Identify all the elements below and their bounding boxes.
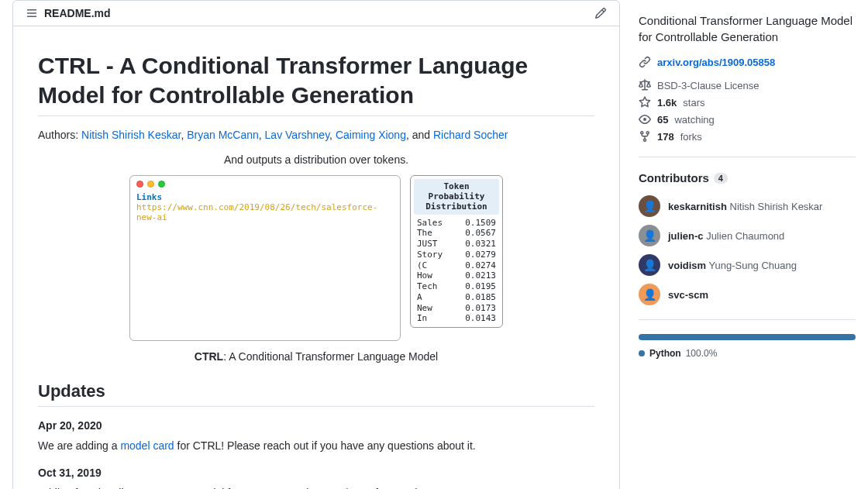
updates-heading: Updates [38,381,594,407]
contributors-heading[interactable]: Contributors 4 [639,171,856,184]
distribution-row: New0.0173 [414,303,499,314]
distribution-row: Story0.0279 [414,250,499,260]
distribution-title: Token Probability Distribution [414,179,499,215]
stars-row[interactable]: 1.6kstars [639,96,856,108]
author-link[interactable]: Bryan McCann [187,129,259,141]
watching-row[interactable]: 65watching [639,113,856,126]
figure-top-caption: And outputs a distribution over tokens. [38,153,594,166]
distribution-row: (C0.0274 [414,260,499,271]
update-date: Oct 31, 2019 [38,467,594,479]
contributor-row[interactable]: 👤julien-c Julien Chaumond [639,225,856,246]
authors-line: Authors: Nitish Shirish Keskar, Bryan Mc… [38,129,594,141]
model-card-link[interactable]: model card [120,439,174,452]
language-bar [639,334,856,340]
update-body: We are adding a model card for CTRL! Ple… [38,438,594,454]
contributors-count: 4 [714,173,728,184]
code-panel: Links https://www.cnn.com/2019/08/26/tec… [129,175,401,341]
avatar: 👤 [639,225,660,246]
distribution-row: JUST0.0321 [414,239,499,250]
about-description: Conditional Transformer Language Model f… [639,12,856,45]
traffic-light-red [136,181,143,188]
avatar: 👤 [639,195,660,217]
traffic-light-green [158,181,165,188]
distribution-row: Tech0.0195 [414,281,499,292]
distribution-panel: Token Probability Distribution Sales0.15… [410,175,503,328]
update-body: Adding functionality to convert a model … [38,485,594,489]
pencil-icon[interactable] [594,7,607,19]
list-icon[interactable] [26,7,38,19]
author-link[interactable]: Nitish Shirish Keskar [81,129,181,141]
figure: Links https://www.cnn.com/2019/08/26/tec… [38,175,594,341]
contributor-row[interactable]: 👤voidism Yung-Sung Chuang [639,254,856,276]
readme-header: README.md [13,1,619,26]
contributor-row[interactable]: 👤svc-scm [639,284,856,305]
homepage-link[interactable]: arxiv.org/abs/1909.05858 [657,57,775,68]
author-link[interactable]: Richard Socher [433,129,508,141]
language-dot [639,350,645,356]
distribution-row: Sales0.1509 [414,218,499,229]
distribution-row: In0.0143 [414,313,499,324]
sidebar: Conditional Transformer Language Model f… [639,0,856,489]
distribution-row: The0.0567 [414,228,499,239]
author-link[interactable]: Lav Varshney [265,129,330,141]
update-date: Apr 20, 2020 [38,419,594,432]
traffic-light-yellow [147,181,154,188]
page-title: CTRL - A Conditional Transformer Languag… [38,51,594,116]
readme-filename: README.md [44,7,111,19]
link-icon [639,56,651,68]
author-link[interactable]: Caiming Xiong [336,129,406,141]
avatar: 👤 [639,284,660,305]
license-row[interactable]: BSD-3-Clause License [639,79,856,91]
figure-bottom-caption: CTRL: A Conditional Transformer Language… [38,350,594,363]
language-row[interactable]: Python 100.0% [639,348,856,359]
distribution-row: How0.0213 [414,270,499,281]
forks-row[interactable]: 178forks [639,130,856,143]
distribution-row: A0.0185 [414,292,499,303]
contributor-row[interactable]: 👤keskarnitish Nitish Shirish Keskar [639,195,856,217]
avatar: 👤 [639,254,660,276]
readme-panel: README.md CTRL - A Conditional Transform… [12,0,620,489]
